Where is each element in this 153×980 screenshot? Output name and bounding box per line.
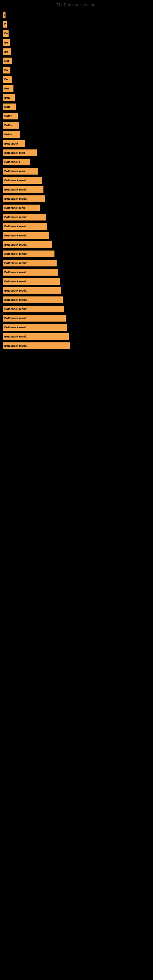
bar-row: Bottleneck resu [3, 150, 153, 156]
bar-item: Bo [3, 39, 10, 46]
bar-item: Bottleneck result [3, 278, 60, 285]
bar-item: Bottle [3, 113, 18, 119]
bar-item: Bottleneck result [3, 305, 64, 312]
bar-label: Bottleneck resu [4, 207, 25, 210]
bar-item: Bottleneck result [3, 269, 58, 275]
bar-item: Bo [3, 67, 10, 73]
bar-row: Bottle [3, 113, 153, 119]
bar-row: Bottle [3, 122, 153, 129]
bar-item: B [3, 21, 7, 27]
bar-row: Bott [3, 94, 153, 101]
bar-row: Bottleneck result [3, 296, 153, 303]
bar-label: Bottleneck r [4, 161, 20, 164]
bar-item: B [3, 12, 5, 18]
bar-item: Bottleneck result [3, 177, 42, 184]
bar-item: Bottleneck result [3, 315, 66, 321]
bar-label: Bo [4, 32, 8, 35]
bar-label: Bottleneck result [4, 225, 27, 228]
bar-label: Bottleneck resu [4, 151, 25, 154]
bar-label: Bottleneck result [4, 317, 27, 320]
bar-item: Bottleneck result [3, 296, 63, 303]
bar-item: Bottleneck result [3, 260, 57, 266]
site-title: TheBottlenecker.com [0, 0, 153, 9]
bar-item: Bot [3, 85, 13, 92]
bar-row: Bottleneck [3, 140, 153, 147]
bar-row: Bottleneck result [3, 196, 153, 202]
bar-row: Bottleneck resu [3, 205, 153, 211]
bar-row: Bo [3, 76, 153, 83]
bar-item: Bottleneck resu [3, 150, 37, 156]
bar-row: Bottleneck result [3, 223, 153, 230]
bar-row: Bo [3, 48, 153, 55]
bar-item: Bot [3, 57, 12, 64]
bar-row: Bo [3, 67, 153, 73]
bar-row: Bottleneck result [3, 324, 153, 331]
bar-row: Bottleneck result [3, 241, 153, 248]
bar-item: Bottleneck resu [3, 168, 38, 175]
bar-item: Bottleneck result [3, 287, 61, 294]
bar-row: Bottle [3, 131, 153, 138]
bar-item: Bottle [3, 122, 19, 129]
bar-row: Bot [3, 57, 153, 64]
bar-label: Bot [4, 87, 9, 90]
bar-row: Bottleneck result [3, 177, 153, 184]
bar-row: Bottleneck r [3, 159, 153, 165]
bar-label: Bottleneck result [4, 307, 27, 310]
bar-label: Bo [4, 50, 8, 53]
bar-row: Bottleneck result [3, 287, 153, 294]
bar-item: Bottleneck [3, 140, 25, 147]
bar-label: Bottleneck result [4, 216, 27, 219]
bar-item: Bottleneck result [3, 223, 47, 230]
bar-item: Bottleneck result [3, 186, 43, 193]
bar-label: Bottleneck [4, 142, 18, 145]
bar-item: Bott [3, 103, 16, 110]
bar-row: Bott [3, 103, 153, 110]
bar-row: Bottleneck result [3, 333, 153, 340]
bar-item: Bo [3, 48, 11, 55]
bar-row: Bottleneck result [3, 342, 153, 349]
bar-label: Bo [4, 68, 8, 72]
bar-item: Bottleneck result [3, 324, 67, 331]
bar-row: Bottleneck result [3, 305, 153, 312]
bar-item: Bott [3, 94, 15, 101]
bar-row: Bottleneck result [3, 260, 153, 266]
bar-label: Bott [4, 105, 10, 108]
bar-item: Bottleneck result [3, 342, 70, 349]
bar-label: Bottleneck result [4, 280, 27, 283]
bar-label: Bottle [4, 133, 12, 136]
bar-row: Bottleneck result [3, 250, 153, 257]
bar-row: Bottleneck result [3, 278, 153, 285]
bar-item: Bo [3, 30, 9, 37]
bar-label: B [4, 23, 6, 26]
bar-row: Bottleneck result [3, 214, 153, 221]
bar-item: Bottleneck result [3, 250, 54, 257]
bar-row: B [3, 21, 153, 27]
bar-label: Bottleneck result [4, 197, 27, 200]
bar-label: Bottleneck result [4, 188, 27, 191]
bar-label: Bottle [4, 124, 12, 127]
bar-item: Bottleneck resu [3, 205, 40, 211]
bar-label: Bottleneck result [4, 344, 27, 347]
bar-label: Bottleneck result [4, 179, 27, 182]
bar-label: Bo [4, 41, 8, 44]
bar-row: Bottleneck result [3, 269, 153, 275]
bar-label: Bottle [4, 115, 12, 118]
bar-label: Bot [4, 59, 9, 62]
bar-item: Bottleneck result [3, 196, 45, 202]
bar-row: Bottleneck result [3, 232, 153, 239]
bar-row: Bo [3, 39, 153, 46]
bar-item: Bo [3, 76, 12, 83]
bar-item: Bottleneck r [3, 159, 30, 165]
bar-row: Bot [3, 85, 153, 92]
bar-item: Bottleneck result [3, 214, 46, 221]
bar-label: B [4, 13, 5, 16]
bar-row: Bo [3, 30, 153, 37]
bar-item: Bottleneck result [3, 232, 49, 239]
bar-label: Bottleneck result [4, 289, 27, 292]
bar-label: Bottleneck result [4, 243, 27, 246]
bar-label: Bottleneck result [4, 271, 27, 274]
bar-item: Bottle [3, 131, 20, 138]
bar-label: Bott [4, 96, 10, 99]
bar-row: Bottleneck resu [3, 168, 153, 175]
bar-row: B [3, 12, 153, 18]
